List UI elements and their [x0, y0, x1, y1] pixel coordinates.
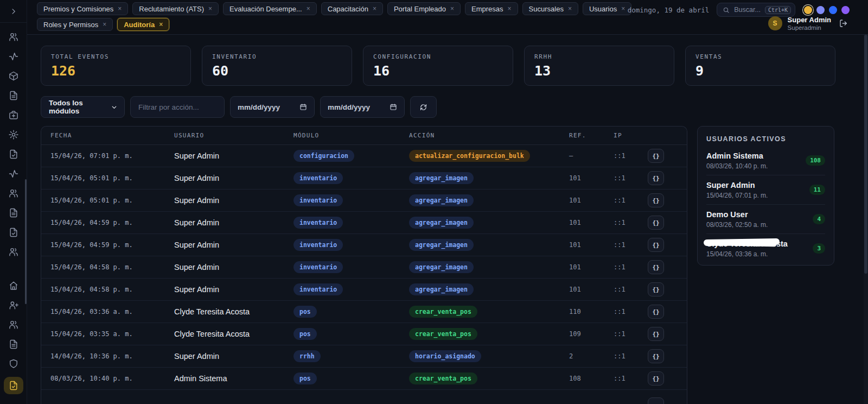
search-button[interactable]: Buscar... Ctrl+K	[717, 3, 795, 17]
sidebar-item-settings[interactable]	[4, 125, 23, 144]
sidebar-item-home[interactable]	[4, 276, 23, 295]
tab-close-icon[interactable]: ×	[568, 5, 572, 12]
page-scrollbar-thumb[interactable]	[864, 35, 867, 274]
table-row: 08/03/26, 10:40 p. m. Admin Sistema pos …	[41, 368, 687, 390]
view-details-button[interactable]: {}	[648, 327, 664, 341]
tab[interactable]: Capacitación ×	[321, 2, 383, 15]
sidebar-item-package[interactable]	[4, 66, 23, 86]
tab-close-icon[interactable]: ×	[373, 5, 376, 12]
sidebar-item-user-plus[interactable]	[4, 295, 23, 315]
view-details-button[interactable]: {}	[648, 282, 664, 296]
action-filter-input[interactable]	[138, 103, 216, 111]
tab-close-icon[interactable]: ×	[621, 5, 625, 12]
tab[interactable]: Reclutamiento (ATS) ×	[132, 2, 219, 15]
date-from-input[interactable]: mm/dd/yyyy	[230, 96, 315, 118]
active-user-item: Super Admin 15/04/26, 07:01 p. m. 11	[706, 175, 825, 205]
tab[interactable]: Sucursales ×	[522, 2, 578, 15]
sidebar-item-activity[interactable]	[4, 164, 23, 184]
sidebar-item-file-check-active[interactable]	[4, 377, 23, 394]
sidebar-item-briefcase-medical[interactable]	[4, 105, 23, 125]
sidebar-item-users[interactable]	[4, 315, 23, 334]
tab[interactable]: Premios y Comisiones ×	[37, 2, 128, 15]
calendar-icon[interactable]	[299, 103, 307, 111]
sidebar-item-users[interactable]	[4, 242, 23, 262]
view-details-button[interactable]: {}	[648, 305, 664, 319]
file-text-icon	[8, 90, 19, 101]
theme-dot[interactable]	[804, 6, 812, 14]
view-details-button[interactable]: {}	[648, 149, 664, 163]
settings-icon	[8, 129, 19, 140]
cell-ref: 109	[569, 330, 614, 338]
view-details-button[interactable]: {}	[648, 371, 664, 386]
braces-icon: {}	[652, 242, 659, 249]
stat-card: CONFIGURACION 16	[363, 46, 513, 86]
tab-close-icon[interactable]: ×	[103, 21, 106, 28]
tab-close-icon[interactable]: ×	[208, 5, 212, 12]
tab-close-icon[interactable]: ×	[159, 21, 163, 28]
tab-close-icon[interactable]: ×	[307, 5, 310, 12]
tab[interactable]: Roles y Permisos ×	[37, 18, 113, 31]
view-details-button[interactable]: {}	[648, 216, 664, 230]
view-details-button[interactable]	[648, 397, 664, 404]
cell-usuario: Super Admin	[174, 152, 293, 160]
sidebar-item-shield[interactable]	[4, 354, 23, 374]
tab-label: Capacitación	[328, 5, 368, 13]
refresh-button[interactable]	[410, 96, 437, 118]
module-badge: rrhh	[293, 350, 321, 362]
tab[interactable]: Evaluación Desempe... ×	[223, 2, 317, 15]
tab[interactable]: Empresas ×	[465, 2, 518, 15]
sidebar-item-activity[interactable]	[4, 47, 23, 66]
date-to-input[interactable]: mm/dd/yyyy	[320, 96, 405, 118]
active-user-item: Demo User 08/03/26, 02:50 a. m. 4	[706, 205, 825, 234]
sidebar-item-users[interactable]	[4, 27, 23, 47]
sidebar-expand-button[interactable]	[5, 3, 22, 20]
tab[interactable]: Portal Empleado ×	[387, 2, 461, 15]
column-header: ACCIÓN	[409, 132, 569, 139]
stat-card: VENTAS 9	[685, 46, 835, 86]
sidebar-item-users[interactable]	[4, 184, 23, 203]
sidebar-item-file-check[interactable]	[4, 144, 23, 164]
theme-dot[interactable]	[841, 6, 850, 14]
view-details-button[interactable]: {}	[648, 260, 664, 274]
tab-close-icon[interactable]: ×	[118, 5, 122, 12]
cell-usuario: Super Admin	[174, 285, 293, 294]
cell-ip: ::1	[614, 308, 648, 315]
tab-close-icon[interactable]: ×	[450, 5, 454, 12]
chevron-right-icon	[9, 7, 18, 16]
date-from-value: mm/dd/yyyy	[238, 103, 280, 111]
module-badge: inventario	[293, 283, 343, 295]
braces-icon: {}	[652, 175, 659, 182]
table-row: 15/04/26, 07:01 p. m. Super Admin config…	[41, 145, 687, 167]
view-details-button[interactable]: {}	[648, 171, 664, 185]
users-icon	[8, 188, 19, 199]
cell-usuario: Admin Sistema	[174, 374, 293, 383]
chevron-down-icon	[111, 104, 118, 111]
active-user-time: 08/03/26, 10:40 p. m.	[706, 162, 768, 170]
action-badge: agregar_imagen	[409, 172, 474, 184]
search-placeholder: Buscar...	[734, 6, 761, 14]
table-row: 15/04/26, 04:59 p. m. Super Admin invent…	[41, 212, 687, 234]
tab-close-icon[interactable]: ×	[508, 5, 512, 12]
page-scrollbar[interactable]	[864, 35, 868, 404]
theme-dot[interactable]	[829, 6, 837, 14]
cell-ip: ::1	[614, 152, 648, 160]
view-details-button[interactable]: {}	[648, 238, 664, 252]
tab[interactable]: Usuarios ×	[583, 2, 631, 15]
logout-button[interactable]	[839, 18, 848, 28]
view-details-button[interactable]: {}	[648, 193, 664, 207]
sidebar-item-file-text[interactable]	[4, 203, 23, 223]
calendar-icon[interactable]	[390, 103, 397, 111]
tab[interactable]: Auditoría ×	[117, 18, 169, 31]
cell-ref: 101	[569, 174, 614, 182]
module-filter-select[interactable]: Todos los módulos	[41, 96, 125, 118]
sidebar-item-file-check[interactable]	[4, 223, 23, 242]
view-details-button[interactable]: {}	[648, 349, 664, 363]
cell-ref: 110	[569, 308, 614, 315]
stat-label: TOTAL EVENTOS	[51, 53, 181, 60]
sidebar-item-file-text[interactable]	[4, 86, 23, 105]
sidebar-scrollbar-thumb[interactable]	[25, 179, 27, 304]
avatar[interactable]: S	[768, 16, 782, 30]
action-badge: agregar_imagen	[409, 217, 474, 229]
sidebar-item-file-text[interactable]	[4, 334, 23, 354]
theme-dot[interactable]	[816, 6, 825, 14]
